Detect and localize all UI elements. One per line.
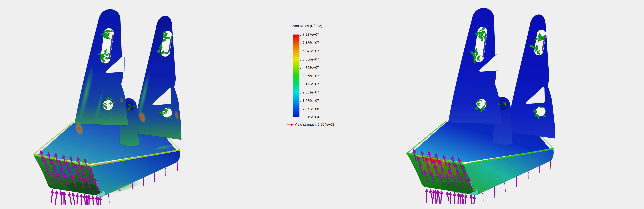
yield-arrow-icon bbox=[287, 123, 294, 126]
legend-tick-label: 1.589e+07 bbox=[302, 99, 319, 103]
stress-colorbar bbox=[293, 34, 300, 117]
legend-tick-label: 5.550e+07 bbox=[302, 57, 319, 61]
fea-results-page: { "background": "#efefef", "stress_view"… bbox=[0, 0, 644, 209]
von-mises-legend: von Mises (N/m^2) 7.927e+077.135e+076.34… bbox=[293, 24, 331, 131]
stress-legend-ticks: 7.927e+077.135e+076.342e+075.550e+074.75… bbox=[300, 34, 325, 117]
legend-tick-label: 7.135e+07 bbox=[302, 41, 319, 45]
legend-tick-label: 3.965e+07 bbox=[302, 74, 319, 78]
stress-hotspot bbox=[120, 97, 124, 104]
displacement-model-viewport[interactable] bbox=[393, 2, 563, 204]
legend-tick-mark bbox=[300, 68, 302, 69]
legend-tick-label: 2.381e+07 bbox=[302, 90, 319, 94]
legend-tick-mark bbox=[300, 102, 302, 102]
legend-title: von Mises (N/m^2) bbox=[293, 24, 322, 28]
legend-tick-label: 3.919e+04 bbox=[302, 115, 319, 119]
bracket-arm-rear bbox=[509, 14, 555, 138]
legend-tick-mark bbox=[300, 60, 302, 60]
legend-tick-label: 4.758e+07 bbox=[302, 66, 319, 70]
legend-tick-label: 6.342e+07 bbox=[302, 49, 319, 53]
legend-tick-mark bbox=[300, 44, 302, 44]
legend-tick-mark bbox=[300, 93, 302, 94]
legend-tick-label: 3.173e+07 bbox=[302, 82, 319, 86]
bracket-arm-front bbox=[448, 8, 502, 124]
legend-tick-mark bbox=[300, 52, 302, 52]
legend-tick-mark bbox=[300, 118, 302, 118]
legend-tick-mark bbox=[300, 76, 302, 77]
legend-tick-mark bbox=[300, 85, 302, 85]
legend-tick-mark bbox=[300, 35, 302, 36]
stress-model-viewport[interactable] bbox=[19, 3, 189, 206]
legend-tick-label: 7.927e+07 bbox=[302, 32, 319, 36]
legend-tick-label: 7.962e+06 bbox=[302, 107, 319, 111]
legend-tick-mark bbox=[300, 110, 302, 110]
yield-strength-label: Yield strength: 6.204e+08 bbox=[294, 122, 334, 126]
yield-strength-annotation: Yield strength: 6.204e+08 bbox=[287, 122, 334, 126]
